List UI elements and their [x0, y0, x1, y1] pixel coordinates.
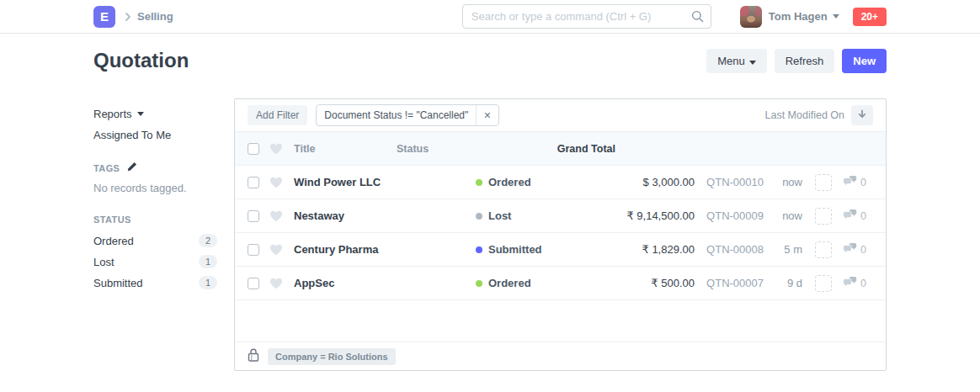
page-content: Reports Assigned To Me TAGS No records t… [93, 87, 887, 371]
comment-icon [843, 175, 857, 189]
lock-icon [248, 348, 259, 364]
row-status: Lost [476, 209, 592, 222]
global-search [462, 4, 711, 29]
refresh-button[interactable]: Refresh [775, 49, 835, 73]
status-filter-label: Ordered [93, 235, 134, 247]
table-row[interactable]: Century Pharma Submitted ₹ 1,829.00 QTN-… [235, 233, 886, 267]
tags-section: TAGS No records tagged. [93, 162, 217, 194]
comment-icon [843, 209, 857, 223]
column-header-title[interactable]: Title [294, 143, 397, 155]
tags-empty-text: No records tagged. [93, 182, 217, 194]
heart-icon[interactable] [269, 278, 283, 289]
table-row[interactable]: Wind Power LLC Ordered $ 3,000.00 QTN-00… [235, 166, 886, 199]
row-comments[interactable]: 0 [843, 276, 873, 290]
row-comments[interactable]: 0 [843, 242, 873, 257]
search-input[interactable] [462, 4, 711, 29]
search-icon [691, 10, 704, 25]
comment-count: 0 [860, 278, 866, 289]
row-document-id[interactable]: QTN-00009 [695, 209, 764, 222]
user-menu[interactable]: Tom Hagen [740, 6, 839, 28]
column-header-grand-total[interactable]: Grand Total [513, 143, 615, 155]
row-document-id[interactable]: QTN-00010 [695, 176, 764, 188]
row-grand-total: ₹ 1,829.00 [592, 243, 695, 256]
table-row[interactable]: AppSec Ordered ₹ 500.00 QTN-00007 9 d 0 [235, 267, 886, 300]
status-filter-label: Submitted [93, 277, 143, 289]
row-checkbox[interactable] [248, 244, 259, 256]
app-logo[interactable]: E [93, 6, 115, 28]
sidebar-assigned-to-me[interactable]: Assigned To Me [93, 129, 217, 141]
active-filter-pill: Document Status != "Cancelled" ✕ [316, 104, 498, 126]
status-label: Lost [488, 209, 511, 222]
remove-filter-icon[interactable]: ✕ [476, 105, 498, 125]
list-sidebar: Reports Assigned To Me TAGS No records t… [93, 87, 234, 371]
list-empty-space [235, 300, 886, 342]
row-modified-time: now [764, 176, 802, 188]
assigned-label: Assigned To Me [93, 129, 171, 141]
page-title: Quotation [93, 49, 189, 72]
assign-placeholder[interactable] [815, 208, 832, 225]
tags-heading: TAGS [93, 163, 120, 173]
row-grand-total: $ 3,000.00 [592, 176, 695, 188]
status-section: STATUS Ordered 2 Lost 1 Submitted 1 [93, 215, 217, 289]
heart-icon[interactable] [269, 143, 283, 155]
sort-field-label[interactable]: Last Modified On [765, 109, 845, 121]
select-all-checkbox[interactable] [248, 143, 259, 155]
row-checkbox[interactable] [248, 210, 259, 222]
assign-placeholder[interactable] [815, 241, 832, 258]
filter-area: Add Filter Document Status != "Cancelled… [235, 99, 886, 132]
comment-count: 0 [860, 210, 866, 222]
row-comments[interactable]: 0 [843, 209, 873, 223]
reports-label: Reports [93, 108, 132, 120]
sort-direction-button[interactable] [851, 105, 873, 125]
sort-area: Last Modified On [765, 105, 874, 125]
row-checkbox[interactable] [248, 278, 259, 289]
sidebar-status-filter[interactable]: Ordered 2 [93, 234, 217, 247]
row-title-link[interactable]: Nestaway [294, 209, 344, 222]
table-row[interactable]: Nestaway Lost ₹ 9,14,500.00 QTN-00009 no… [235, 199, 886, 233]
row-modified-time: 5 m [764, 243, 802, 256]
row-title-link[interactable]: Wind Power LLC [294, 176, 381, 188]
status-label: Ordered [488, 176, 531, 188]
comment-icon [843, 276, 857, 290]
breadcrumb-selling[interactable]: Selling [137, 10, 173, 23]
chevron-down-icon [833, 14, 839, 19]
comment-count: 0 [860, 244, 866, 256]
heart-icon[interactable] [269, 177, 283, 188]
sidebar-status-filter[interactable]: Lost 1 [93, 255, 217, 268]
list-footer: Company = Rio Solutions [235, 342, 886, 370]
sidebar-status-filter[interactable]: Submitted 1 [93, 276, 217, 289]
assign-placeholder[interactable] [815, 174, 832, 191]
status-filter-count: 1 [199, 255, 217, 268]
page-actions: Menu Refresh New [706, 49, 887, 73]
heart-icon[interactable] [269, 210, 283, 222]
assign-placeholder[interactable] [815, 275, 832, 292]
sidebar-reports[interactable]: Reports [93, 108, 217, 120]
status-filter-count: 1 [199, 276, 217, 289]
heart-icon[interactable] [269, 244, 283, 256]
new-button[interactable]: New [842, 49, 887, 73]
arrow-down-icon [857, 109, 867, 122]
column-header-status[interactable]: Status [397, 143, 513, 155]
row-title-link[interactable]: AppSec [294, 277, 334, 289]
notifications-badge[interactable]: 20+ [853, 8, 887, 26]
row-modified-time: now [764, 209, 802, 222]
list-body: Wind Power LLC Ordered $ 3,000.00 QTN-00… [235, 166, 886, 300]
row-grand-total: ₹ 9,14,500.00 [592, 209, 695, 222]
row-status: Ordered [476, 277, 592, 289]
status-label: Submitted [488, 243, 542, 256]
row-document-id[interactable]: QTN-00008 [695, 243, 764, 256]
user-avatar [740, 6, 762, 28]
top-navbar: E Selling Tom Hagen 20+ [0, 0, 980, 34]
edit-pencil-icon[interactable] [126, 162, 137, 174]
row-checkbox[interactable] [248, 177, 259, 188]
menu-button[interactable]: Menu [706, 49, 767, 73]
row-title-link[interactable]: Century Pharma [294, 243, 378, 256]
add-filter-button[interactable]: Add Filter [248, 105, 307, 125]
status-dot-icon [476, 280, 482, 287]
row-document-id[interactable]: QTN-00007 [695, 277, 764, 289]
row-comments[interactable]: 0 [843, 175, 873, 189]
user-name: Tom Hagen [769, 10, 828, 23]
status-label: Ordered [488, 277, 531, 289]
filter-condition[interactable]: Document Status != "Cancelled" [317, 105, 476, 125]
status-dot-icon [476, 179, 482, 186]
